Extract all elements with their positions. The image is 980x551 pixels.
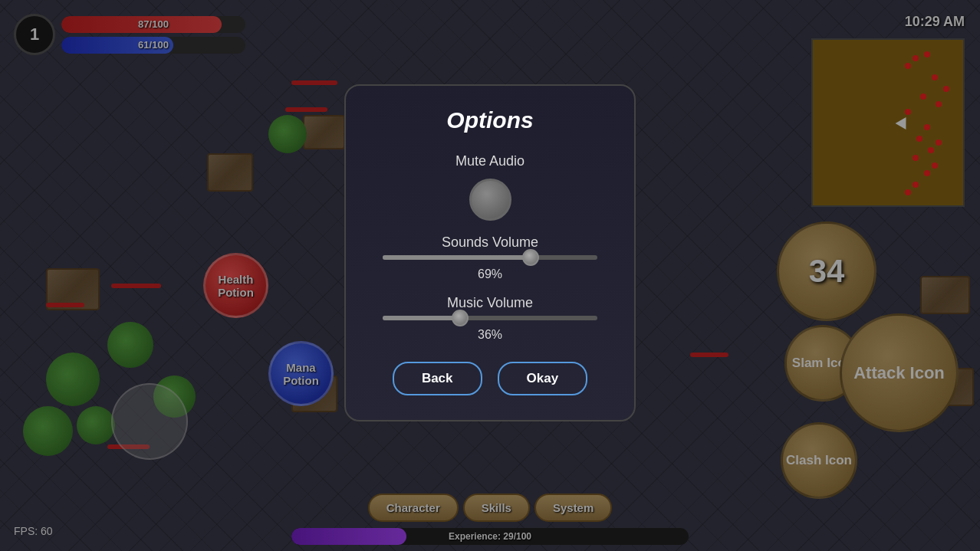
options-title: Options <box>446 107 533 133</box>
sounds-volume-fill <box>383 255 531 260</box>
music-volume-fill <box>383 316 460 320</box>
mute-toggle-button[interactable] <box>469 179 511 221</box>
sounds-volume-row: Sounds Volume 69% <box>373 235 607 281</box>
sounds-volume-label: Sounds Volume <box>442 235 538 251</box>
music-volume-row: Music Volume 36% <box>373 295 607 342</box>
mute-audio-row: Mute Audio <box>373 153 607 221</box>
music-volume-thumb[interactable] <box>452 310 469 326</box>
sounds-volume-track <box>383 255 597 260</box>
modal-overlay: Options Mute Audio Sounds Volume 69% Mus… <box>0 0 980 551</box>
modal-buttons: Back Okay <box>393 362 587 395</box>
okay-button[interactable]: Okay <box>498 362 588 395</box>
sounds-volume-value: 69% <box>478 267 502 281</box>
options-modal: Options Mute Audio Sounds Volume 69% Mus… <box>344 84 636 421</box>
music-volume-value: 36% <box>478 328 502 342</box>
music-volume-label: Music Volume <box>447 295 533 311</box>
sounds-volume-thumb[interactable] <box>522 249 539 266</box>
mute-audio-label: Mute Audio <box>455 153 525 169</box>
music-volume-track <box>383 316 597 320</box>
back-button[interactable]: Back <box>393 362 482 395</box>
